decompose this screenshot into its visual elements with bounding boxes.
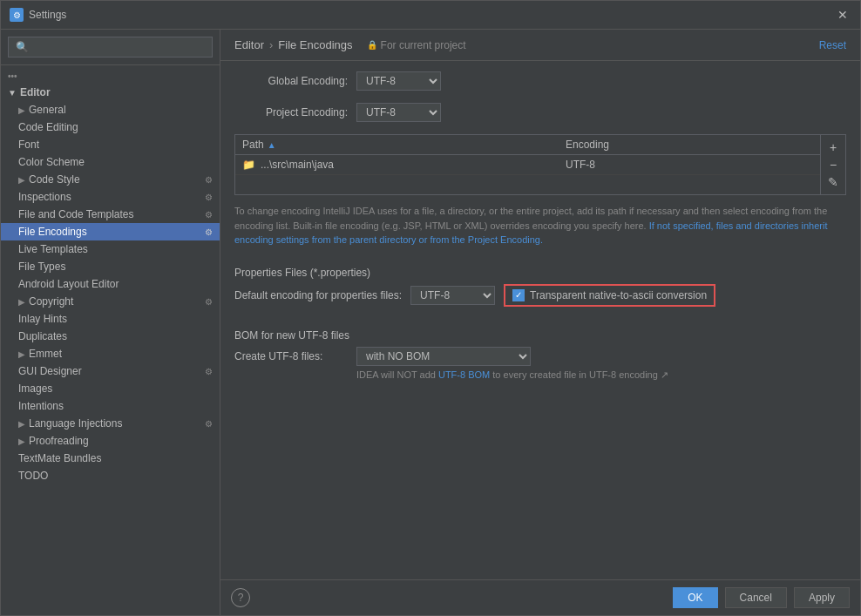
sort-icon: ▲ (268, 140, 276, 150)
ok-button[interactable]: OK (673, 587, 717, 608)
path-value: ...\src\main\java (261, 159, 334, 171)
sidebar-item-label: Live Templates (18, 243, 88, 255)
sidebar-item-editor[interactable]: ▼ Editor (1, 84, 220, 101)
sidebar-item-code-editing[interactable]: Code Editing (1, 118, 220, 136)
footer-left: ? (231, 588, 666, 607)
table-header: Path ▲ Encoding (235, 135, 820, 155)
sidebar-item-inlay-hints[interactable]: Inlay Hints (1, 310, 220, 328)
cancel-button[interactable]: Cancel (725, 587, 787, 608)
edit-row-button[interactable]: ✎ (824, 173, 842, 191)
default-encoding-props-label: Default encoding for properties files: (234, 289, 402, 301)
collapse-icon: ▼ (8, 88, 17, 98)
for-project-label: For current project (381, 39, 466, 51)
settings-gear-icon: ⚙ (205, 227, 213, 237)
sidebar-item-general[interactable]: ▶ General (1, 101, 220, 118)
sidebar-item-color-scheme[interactable]: Color Scheme (1, 153, 220, 171)
breadcrumb-current: File Encodings (278, 38, 352, 51)
title-bar: ⚙ Settings ✕ (1, 1, 860, 30)
sidebar-item-label: Copyright (29, 295, 73, 308)
expand-icon: ▶ (18, 297, 25, 307)
sidebar-item-label: Inlay Hints (18, 313, 67, 325)
sidebar-item-language-injections[interactable]: ▶ Language Injections ⚙ (1, 415, 220, 432)
properties-files-section: Properties Files (*.properties) Default … (234, 260, 846, 307)
transparent-conversion-checkbox[interactable]: ✓ (512, 289, 525, 301)
sidebar-item-gui-designer[interactable]: GUI Designer ⚙ (1, 362, 220, 380)
settings-gear-icon: ⚙ (205, 210, 213, 220)
content-area: ••• ▼ Editor ▶ General Code Editing Font (1, 30, 860, 615)
sidebar-item-emmet[interactable]: ▶ Emmet (1, 345, 220, 362)
global-encoding-select[interactable]: UTF-8 ISO-8859-1 US-ASCII (356, 71, 441, 91)
add-row-button[interactable]: + (824, 139, 842, 156)
expand-icon: ▶ (18, 349, 25, 359)
expand-icon: ••• (8, 71, 17, 81)
sidebar-item-label: Images (18, 382, 52, 395)
sidebar-item-label: Font (18, 139, 39, 151)
sidebar-item-images[interactable]: Images (1, 380, 220, 397)
default-encoding-props-select[interactable]: UTF-8 ISO-8859-1 (410, 286, 495, 305)
bom-info: IDEA will NOT add UTF-8 BOM to every cre… (234, 369, 846, 381)
table-row[interactable]: 📁 ...\src\main\java UTF-8 (235, 155, 820, 175)
path-encoding-table: Path ▲ Encoding 📁 ...\src\ma (234, 134, 846, 195)
project-encoding-select[interactable]: UTF-8 ISO-8859-1 (356, 103, 441, 122)
sidebar-item-label: Intentions (18, 400, 64, 412)
remove-row-button[interactable]: − (824, 156, 842, 173)
settings-gear-icon: ⚙ (205, 175, 213, 185)
sidebar-item-duplicates[interactable]: Duplicates (1, 328, 220, 345)
main-header: Editor › File Encodings 🔒 For current pr… (220, 30, 860, 61)
props-section-title: Properties Files (*.properties) (234, 267, 846, 279)
sidebar-item-label: General (29, 104, 66, 116)
sidebar-item-dots[interactable]: ••• (1, 69, 220, 84)
sidebar-item-label: GUI Designer (18, 365, 82, 377)
sidebar-item-label: File and Code Templates (18, 208, 134, 220)
default-encoding-row: Default encoding for properties files: U… (234, 284, 846, 307)
settings-gear-icon: ⚙ (205, 367, 213, 376)
sidebar-item-label: Duplicates (18, 330, 67, 342)
sidebar-item-label: File Types (18, 261, 65, 273)
close-button[interactable]: ✕ (834, 6, 851, 24)
sidebar-item-label: Editor (20, 86, 51, 98)
sidebar-item-proofreading[interactable]: ▶ Proofreading (1, 432, 220, 450)
table-main: Path ▲ Encoding 📁 ...\src\ma (235, 135, 820, 194)
sidebar-item-textmate-bundles[interactable]: TextMate Bundles (1, 450, 220, 467)
sidebar-item-code-style[interactable]: ▶ Code Style ⚙ (1, 171, 220, 188)
sidebar-item-file-types[interactable]: File Types (1, 258, 220, 275)
sidebar-item-intentions[interactable]: Intentions (1, 397, 220, 415)
sidebar-item-label: Color Scheme (18, 156, 85, 168)
sidebar-item-live-templates[interactable]: Live Templates (1, 240, 220, 258)
title-bar-left: ⚙ Settings (10, 8, 66, 22)
sidebar-item-copyright[interactable]: ▶ Copyright ⚙ (1, 293, 220, 310)
lock-icon: 🔒 (367, 40, 377, 50)
settings-content: Global Encoding: UTF-8 ISO-8859-1 US-ASC… (220, 61, 860, 579)
sidebar-item-label: Proofreading (29, 435, 89, 447)
create-utf8-select[interactable]: with NO BOM with BOM (356, 347, 531, 366)
sidebar-item-todo[interactable]: TODO (1, 467, 220, 484)
sidebar-item-label: Android Layout Editor (18, 278, 119, 290)
sidebar-item-android-layout-editor[interactable]: Android Layout Editor (1, 275, 220, 293)
sidebar-item-file-code-templates[interactable]: File and Code Templates ⚙ (1, 206, 220, 223)
expand-icon: ▶ (18, 175, 25, 185)
sidebar-item-label: TODO (18, 470, 48, 482)
folder-icon: 📁 (242, 159, 255, 171)
settings-icon: ⚙ (10, 8, 24, 22)
main-content-panel: Editor › File Encodings 🔒 For current pr… (220, 30, 860, 615)
settings-gear-icon: ⚙ (205, 419, 213, 429)
search-input[interactable] (8, 37, 213, 58)
table-body: 📁 ...\src\main\java UTF-8 (235, 155, 820, 175)
sidebar-item-label: File Encodings (18, 226, 87, 238)
dialog-footer: ? OK Cancel Apply (220, 579, 860, 615)
project-encoding-label: Project Encoding: (234, 106, 348, 118)
apply-button[interactable]: Apply (794, 587, 850, 608)
project-encoding-row: Project Encoding: UTF-8 ISO-8859-1 (234, 103, 846, 122)
sidebar-item-font[interactable]: Font (1, 136, 220, 153)
settings-dialog: ⚙ Settings ✕ ••• ▼ Editor ▶ Genera (0, 0, 861, 616)
dialog-title: Settings (29, 9, 66, 21)
help-button[interactable]: ? (231, 588, 250, 607)
reset-button[interactable]: Reset (819, 39, 846, 51)
sidebar-item-file-encodings[interactable]: File Encodings ⚙ (1, 223, 220, 240)
expand-icon: ▶ (18, 105, 25, 115)
sidebar: ••• ▼ Editor ▶ General Code Editing Font (1, 30, 220, 615)
info-text: To change encoding IntelliJ IDEA uses fo… (234, 204, 846, 247)
create-utf8-row: Create UTF-8 files: with NO BOM with BOM (234, 347, 846, 366)
sidebar-item-inspections[interactable]: Inspections ⚙ (1, 188, 220, 206)
breadcrumb-parent: Editor (234, 38, 264, 51)
